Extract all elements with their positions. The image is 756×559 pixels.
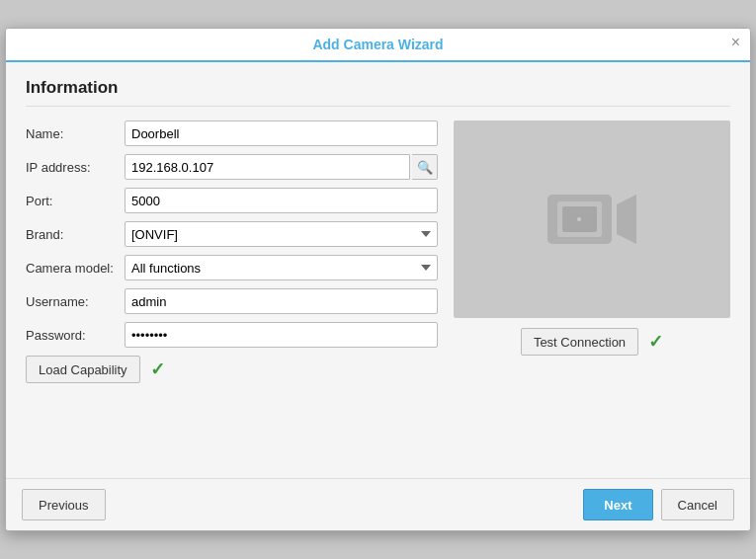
load-capability-check-icon: ✓ [150,359,165,380]
form-section: Name: IP address: 🔍 Port: Brand: [26,120,438,383]
name-label: Name: [26,126,125,141]
password-row: Password: [26,322,438,348]
svg-point-3 [577,217,581,221]
load-capability-button[interactable]: Load Capability [26,356,140,383]
section-title: Information [26,78,730,107]
password-label: Password: [26,328,125,343]
test-connection-button[interactable]: Test Connection [521,328,638,356]
preview-section: Test Connection ✓ [454,120,730,383]
dialog-title: Add Camera Wizard [312,37,443,52]
ip-label: IP address: [26,160,125,175]
close-button[interactable]: × [731,35,740,50]
content-area: Name: IP address: 🔍 Port: Brand: [26,120,730,383]
port-input[interactable] [125,188,438,213]
camera-preview [454,120,730,318]
port-row: Port: [26,188,438,213]
spacer [26,383,730,462]
test-connection-row: Test Connection ✓ [521,328,663,356]
footer-left: Previous [22,489,106,520]
camera-model-row: Camera model: All functions Standard Cus… [26,255,438,280]
camera-model-select[interactable]: All functions Standard Custom [125,255,438,280]
port-label: Port: [26,194,125,208]
brand-label: Brand: [26,227,125,242]
test-connection-check-icon: ✓ [648,331,663,353]
brand-select[interactable]: [ONVIF] Axis Bosch Hikvision Dahua [125,221,438,247]
username-row: Username: [26,288,438,314]
dialog-body: Information Name: IP address: 🔍 Port: [6,62,750,478]
add-camera-wizard-dialog: Add Camera Wizard × Information Name: IP… [5,28,751,531]
dialog-footer: Previous Next Cancel [6,478,750,530]
camera-model-label: Camera model: [26,261,125,276]
cancel-button[interactable]: Cancel [661,489,734,520]
ip-wrapper: 🔍 [125,154,438,180]
brand-row: Brand: [ONVIF] Axis Bosch Hikvision Dahu… [26,221,438,247]
dialog-header: Add Camera Wizard × [6,29,750,62]
next-button[interactable]: Next [583,489,652,520]
bottom-row: Load Capability ✓ [26,356,438,383]
name-input[interactable] [125,120,438,146]
name-row: Name: [26,120,438,146]
password-input[interactable] [125,322,438,348]
ip-row: IP address: 🔍 [26,154,438,180]
svg-marker-4 [617,195,636,244]
ip-input[interactable] [125,154,410,180]
footer-right: Next Cancel [583,489,734,520]
username-input[interactable] [125,288,438,314]
username-label: Username: [26,294,125,309]
camera-icon [543,180,641,259]
ip-search-button[interactable]: 🔍 [412,154,438,180]
previous-button[interactable]: Previous [22,489,106,520]
